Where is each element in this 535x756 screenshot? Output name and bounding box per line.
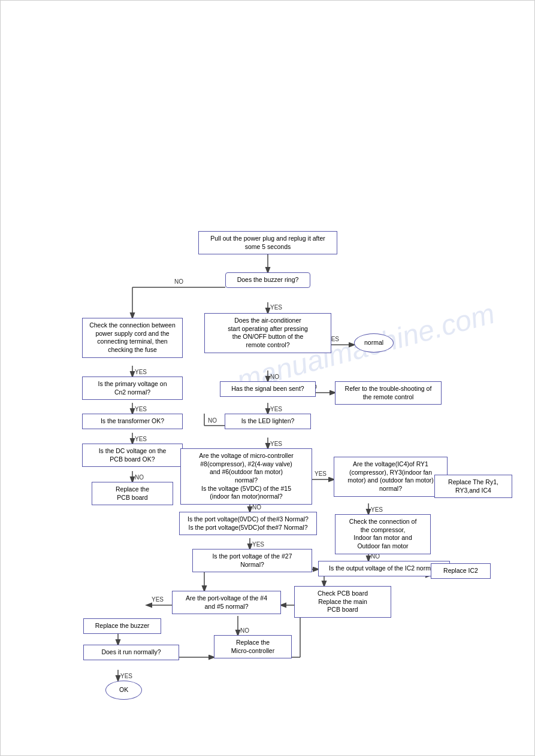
svg-text:YES: YES — [152, 596, 164, 603]
ok-node: OK — [105, 681, 142, 700]
page: manualmachine.com YES NO YES NO NO YES — [0, 0, 535, 756]
replace-buzzer-node: Replace the buzzer — [83, 618, 161, 634]
svg-text:YES: YES — [252, 541, 264, 548]
replace-pcb-node: Replace thePCB board — [92, 482, 173, 505]
svg-text:YES: YES — [135, 406, 147, 412]
dc-voltage-node: Is the DC voltage on thePCB board OK? — [82, 444, 183, 467]
replace-ry-node: Replace The Ry1,RY3,and IC4 — [434, 475, 512, 498]
check-connection-node: Check the connection betweenpower supply… — [82, 318, 183, 358]
start-node: Pull out the power plug and replug it af… — [198, 231, 337, 254]
voltage-ic4-node: Are the voltage(IC4)of RY1(compressor), … — [334, 457, 448, 497]
port-27-node: Is the port voltage of the #27Normal? — [192, 549, 312, 572]
svg-text:NO: NO — [135, 474, 144, 481]
svg-text:NO: NO — [252, 504, 261, 511]
svg-text:YES: YES — [315, 470, 327, 477]
replace-ic2-node: Replace IC2 — [431, 563, 491, 579]
run-normally-node: Does it run normally? — [83, 645, 179, 660]
svg-text:NO: NO — [174, 278, 183, 285]
ic2-voltage-node: Is the output voltage of the IC2 normal? — [318, 561, 450, 576]
port-voltage-37-node: Is the port voltage(0VDC) of the#3 Norma… — [179, 512, 317, 535]
svg-text:YES: YES — [371, 506, 383, 513]
transformer-node: Is the transformer OK? — [82, 414, 183, 429]
svg-text:YES: YES — [270, 304, 282, 311]
svg-text:NO: NO — [270, 374, 279, 380]
svg-text:YES: YES — [120, 673, 132, 679]
svg-text:YES: YES — [135, 369, 147, 375]
replace-micro-node: Replace theMicro-controller — [214, 635, 292, 658]
svg-text:YES: YES — [135, 436, 147, 442]
aircon-node: Does the air-conditionerstart operating … — [204, 313, 331, 353]
normal-node: normal — [354, 333, 394, 353]
check-compressor-node: Check the connection ofthe compressor,In… — [335, 514, 431, 554]
svg-text:NO: NO — [208, 417, 217, 424]
svg-text:NO: NO — [371, 553, 380, 560]
svg-text:YES: YES — [270, 441, 282, 447]
svg-text:YES: YES — [270, 406, 282, 412]
remote-trouble-node: Refer to the trouble-shooting ofthe remo… — [335, 381, 442, 405]
check-pcb-replace-node: Check PCB boardReplace the mainPCB board — [294, 586, 391, 618]
primary-voltage-node: Is the primary voltage onCn2 normal? — [82, 377, 183, 400]
buzzer-node: Does the buzzer ring? — [225, 272, 310, 302]
led-node: Is the LED lighten? — [225, 414, 311, 429]
signal-node: Has the signal been sent? — [220, 381, 316, 397]
port-45-node: Are the port-voltage of the #4and #5 nor… — [172, 591, 281, 614]
svg-text:NO: NO — [240, 627, 249, 634]
voltage-micro-node: Are the voltage of micro-controller#8(co… — [180, 448, 312, 505]
